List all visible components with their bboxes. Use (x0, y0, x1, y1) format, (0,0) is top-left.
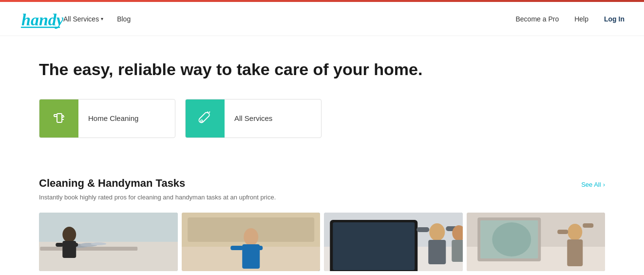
nav-link-all-services[interactable]: All Services (63, 15, 103, 23)
section-header: Cleaning & Handyman Tasks See All › (39, 177, 605, 190)
svg-line-11 (209, 112, 210, 113)
svg-rect-32 (333, 222, 415, 270)
nav-right-links: Become a Pro Help Log In (515, 15, 625, 23)
svg-rect-34 (428, 240, 446, 264)
logo-svg: handy (19, 9, 63, 29)
svg-point-33 (429, 223, 445, 241)
image-cards-row (39, 213, 605, 271)
svg-rect-28 (251, 246, 263, 250)
tv-mount-image (324, 213, 463, 271)
nav-link-help[interactable]: Help (574, 15, 588, 23)
nav-link-login[interactable]: Log In (604, 15, 625, 23)
svg-point-9 (201, 120, 203, 122)
nav-link-blog[interactable]: Blog (117, 15, 131, 23)
svg-rect-27 (230, 246, 243, 250)
svg-point-25 (244, 228, 258, 246)
svg-rect-21 (70, 243, 78, 247)
repair-image (182, 213, 321, 271)
image-card-art-hang[interactable] (467, 213, 606, 271)
svg-text:handy: handy (21, 11, 63, 29)
svg-point-18 (62, 227, 76, 242)
all-services-icon-bg (186, 99, 225, 138)
spray-bottle-icon (50, 110, 68, 127)
svg-rect-35 (417, 227, 429, 232)
cleaning-section: Cleaning & Handyman Tasks See All › Inst… (0, 177, 644, 275)
hero-section: The easy, reliable way to take care of y… (0, 36, 644, 177)
svg-rect-48 (583, 223, 593, 228)
nav-link-become-pro[interactable]: Become a Pro (515, 15, 559, 23)
image-card-repair[interactable] (182, 213, 321, 271)
svg-rect-2 (57, 114, 62, 122)
section-subtitle: Instantly book highly rated pros for cle… (39, 194, 605, 201)
svg-rect-46 (567, 239, 583, 266)
kitchen-image (39, 213, 178, 271)
image-card-tv-mount[interactable] (324, 213, 463, 271)
home-cleaning-label: Home Cleaning (78, 114, 148, 122)
svg-rect-20 (56, 243, 63, 247)
see-all-link[interactable]: See All › (581, 181, 605, 188)
svg-point-44 (492, 222, 531, 256)
svg-point-17 (91, 242, 106, 245)
art-hang-image (467, 213, 606, 271)
section-title: Cleaning & Handyman Tasks (39, 177, 185, 190)
navigation: handy All Services Blog Become a Pro Hel… (0, 2, 644, 36)
home-cleaning-card[interactable]: Home Cleaning (39, 99, 175, 138)
svg-rect-38 (452, 240, 462, 262)
wrench-icon (196, 110, 214, 127)
svg-rect-47 (557, 230, 568, 234)
all-services-label: All Services (225, 114, 282, 122)
image-card-kitchen[interactable] (39, 213, 178, 271)
home-cleaning-icon-bg (39, 99, 78, 138)
all-services-card[interactable]: All Services (185, 99, 322, 138)
hero-title: The easy, reliable way to take care of y… (39, 59, 605, 79)
logo[interactable]: handy (19, 9, 63, 29)
svg-point-45 (568, 224, 582, 240)
service-cards-container: Home Cleaning All Services (39, 99, 605, 138)
nav-left-links: All Services Blog (63, 15, 515, 23)
svg-rect-14 (40, 247, 137, 251)
